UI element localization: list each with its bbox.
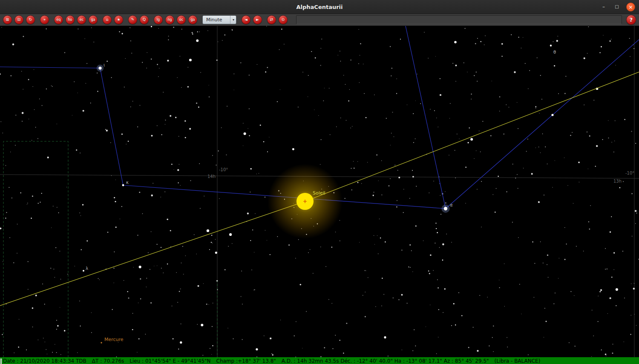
star-kappa-librae[interactable] <box>122 184 124 186</box>
field-star <box>632 236 633 237</box>
field-star <box>27 203 28 203</box>
field-star <box>310 249 311 250</box>
app-window: AlphaCentaurii – □ × ⊞⊟↻⌖eqhoecga⌂★✎Qlgn… <box>0 0 639 364</box>
field-star <box>635 143 636 144</box>
field-star <box>260 124 261 126</box>
field-star <box>124 280 124 281</box>
field-star <box>540 241 541 242</box>
field-star <box>22 112 24 114</box>
dso-clusters-button[interactable]: oc <box>177 15 186 24</box>
field-star <box>501 56 502 57</box>
field-star <box>476 150 477 151</box>
field-star <box>599 291 601 292</box>
north-pole-button[interactable]: ⌖ <box>40 15 49 24</box>
field-star <box>391 133 391 133</box>
coord-ecliptic-button[interactable]: ec <box>77 15 86 24</box>
field-star <box>180 289 181 289</box>
field-star <box>138 303 138 303</box>
field-star <box>390 145 391 145</box>
field-star <box>528 354 529 355</box>
field-star <box>157 64 158 65</box>
sky-svg[interactable]: -10°14h-10°13hικλθαSoleilMercure <box>0 26 639 357</box>
star-display-button[interactable]: ★ <box>114 15 123 24</box>
coord-galactic-button[interactable]: ga <box>89 15 98 24</box>
field-star <box>294 335 295 336</box>
field-star <box>80 326 81 327</box>
field-star <box>45 342 45 342</box>
field-star <box>633 48 634 49</box>
coord-horizontal-button[interactable]: ho <box>66 15 75 24</box>
time-now-button[interactable]: ⊙ <box>279 15 288 24</box>
observatory-button[interactable]: ⌂ <box>103 15 112 24</box>
field-star <box>600 289 602 291</box>
field-star <box>430 109 431 110</box>
field-star <box>566 244 567 244</box>
field-star <box>499 287 500 288</box>
refresh-chart-button[interactable]: ↻ <box>26 15 35 24</box>
zoom-tool-button[interactable]: Q <box>140 15 149 24</box>
object-search-input[interactable] <box>296 15 622 24</box>
star-iota-librae[interactable] <box>98 66 101 69</box>
toolbar-group: eqhoecga <box>54 15 98 24</box>
field-star <box>218 42 218 42</box>
field-star <box>324 347 325 348</box>
restore-button[interactable]: □ <box>613 3 621 11</box>
dso-galaxies-button[interactable]: ga <box>188 15 197 24</box>
lines-display-button[interactable]: ✎ <box>128 15 137 24</box>
field-star <box>208 85 209 85</box>
zoom-tool-icon: Q <box>143 18 146 22</box>
field-star <box>532 241 533 243</box>
sky-view[interactable]: -10°14h-10°13hικλθαSoleilMercure <box>0 26 639 357</box>
field-star <box>308 252 309 253</box>
field-star <box>5 165 6 166</box>
star-field-star-2[interactable] <box>454 41 457 43</box>
new-chart-button[interactable]: ⊞ <box>3 15 12 24</box>
field-star <box>147 52 147 53</box>
time-step-forward-button[interactable]: ► <box>253 15 262 24</box>
field-star <box>465 166 466 168</box>
field-star <box>243 123 244 124</box>
field-star <box>54 269 55 269</box>
field-star <box>172 306 173 307</box>
time-step-select[interactable]: Minute ▾ <box>202 15 236 24</box>
field-star <box>365 270 366 271</box>
field-star <box>523 37 524 38</box>
field-star <box>358 63 359 64</box>
field-star <box>43 338 43 338</box>
delete-chart-button[interactable]: ⊟ <box>14 15 23 24</box>
field-star <box>203 283 204 284</box>
star-theta-librae[interactable] <box>550 45 552 46</box>
field-star <box>91 28 92 29</box>
mercury-object[interactable] <box>101 342 102 343</box>
field-star <box>115 201 116 202</box>
sky-label-α: α <box>450 203 453 207</box>
field-star <box>320 246 321 247</box>
dso-bright-button[interactable]: lg <box>154 15 163 24</box>
field-star <box>414 329 414 330</box>
field-star <box>455 150 455 151</box>
minimize-button[interactable]: – <box>600 3 607 11</box>
field-star <box>359 82 360 83</box>
star-field-star-1[interactable] <box>551 114 553 116</box>
field-star <box>200 72 201 73</box>
field-star <box>453 303 455 304</box>
field-star <box>158 28 159 29</box>
star-alpha-librae[interactable] <box>444 207 447 210</box>
time-step-back-button[interactable]: ◄ <box>242 15 250 24</box>
star-lambda-librae[interactable] <box>83 270 84 272</box>
chart-update-icon: ⇄ <box>270 18 273 22</box>
field-star <box>438 126 439 127</box>
sky-label-κ: κ <box>126 180 129 185</box>
field-star <box>75 266 75 266</box>
help-button[interactable]: ? <box>626 15 636 25</box>
field-star <box>518 37 519 37</box>
dso-nebulae-button[interactable]: ng <box>165 15 174 24</box>
field-star <box>539 202 540 203</box>
close-button[interactable]: × <box>626 3 635 11</box>
field-star <box>511 34 512 35</box>
chart-update-button[interactable]: ⇄ <box>267 15 276 24</box>
coord-equatorial-button[interactable]: eq <box>54 15 63 24</box>
field-star <box>452 63 453 64</box>
toolbar-group: ⌖ <box>40 15 49 24</box>
titlebar[interactable]: AlphaCentaurii – □ × <box>0 0 639 14</box>
